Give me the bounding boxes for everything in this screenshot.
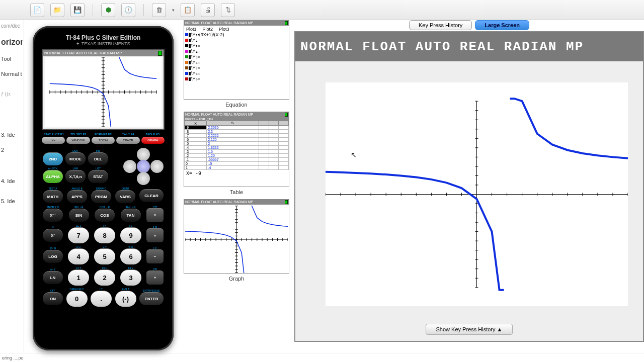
calc-screen[interactable]: NORMAL FLOAT AUTO REAL RADIAN MP [42,49,165,130]
equation-row[interactable]: \Y₂= [185,38,288,43]
battery-icon [158,51,162,56]
key-log[interactable]: LOG [43,250,63,263]
table-label: Table [184,189,289,195]
equation-row[interactable]: \Y₁▪(3X+1)/(X-2) [185,32,288,37]
plot3-toggle[interactable]: Plot3 [219,27,229,32]
table-row[interactable]: 1-4 [185,166,289,170]
key-on[interactable]: ON [43,292,63,305]
table-row[interactable]: -1.66667 [185,158,289,162]
key-[interactable]: × [146,228,164,242]
tab-key-history[interactable]: Key Press History [409,20,472,30]
key-[interactable]: + [146,270,164,285]
calc-model: TI-84 Plus C Silver Edition [39,34,168,41]
calc-brand: ✦ TEXAS INSTRUMENTS [39,41,168,46]
copy-icon[interactable]: 📋 [181,3,195,17]
large-screen: NORMAL FLOAT AUTO REAL RADIAN MP ↖ Show … [294,31,644,342]
key-1[interactable]: 1 [68,269,89,286]
save-disk-icon[interactable]: 💾 [70,3,85,17]
table-row[interactable]: -21.25 [185,154,289,158]
key-8[interactable]: 8 [94,227,115,243]
key-3[interactable]: 3 [120,269,141,286]
equation-row[interactable]: \Y₅= [185,54,288,59]
key-sin[interactable]: SIN [69,209,89,222]
table-row[interactable]: -72.2222 [185,134,289,138]
key-7[interactable]: 7 [68,227,89,243]
equation-panel[interactable]: NORMAL FLOAT AUTO REAL RADIAN MP Plot1 P… [184,20,289,100]
battery-icon [285,21,288,25]
key-6[interactable]: 6 [120,248,141,264]
arrow-pad [123,148,164,185]
arrow-down-key[interactable] [137,172,150,185]
var-key[interactable]: X,T,θ,n [65,170,86,183]
module-cube-icon[interactable]: ⬢ [101,3,115,17]
trash-icon[interactable]: 🗑 [152,3,166,17]
key-prgm[interactable]: PRGM [91,190,111,203]
key-tan[interactable]: TAN [121,209,141,222]
key-clear[interactable]: CLEAR [139,189,164,202]
key-[interactable]: . [91,291,112,307]
key-x[interactable]: X² [43,229,63,242]
table-row[interactable]: -41.8333 [185,146,289,150]
stat-key[interactable]: STAT [88,170,108,183]
mode-key[interactable]: MODE [65,152,86,165]
equation-row[interactable]: \Y₆= [185,60,288,65]
new-file-icon[interactable]: 📄 [30,3,44,17]
equation-row[interactable]: \Y₄= [185,49,288,54]
table-row[interactable]: -52 [185,142,289,146]
battery-icon [285,200,288,204]
arrow-center-key[interactable] [137,160,150,173]
table-row[interactable]: -82.3 [185,130,289,134]
key-x[interactable]: X⁻¹ [43,209,63,222]
large-screen-graph: ↖ [326,82,628,306]
open-folder-icon[interactable]: 📁 [50,3,64,17]
graph-label: Graph [184,276,289,282]
equation-row[interactable]: \Y₉= [185,76,288,81]
calc-screen-graph [45,57,162,127]
table-row[interactable]: -31.6 [185,150,289,154]
key-[interactable]: ^ [146,208,164,222]
plot1-toggle[interactable]: Plot1 [186,27,197,32]
equation-row[interactable]: \Y₃= [185,43,288,48]
key-4[interactable]: 4 [68,248,89,264]
key-9[interactable]: 9 [120,227,141,243]
table-row[interactable]: -92.3636 [185,126,289,130]
background-document: com/doc orizont Tool Normal t ƒ ()x 3. I… [0,20,24,352]
graph-key[interactable]: GRAPH [141,137,165,144]
plot2-toggle[interactable]: Plot2 [203,27,213,32]
equation-row[interactable]: \Y₇= [185,65,288,70]
tab-large-screen[interactable]: Large Screen [475,20,529,30]
second-key[interactable]: 2ND [43,152,63,165]
key-ln[interactable]: LN [43,271,63,284]
refresh-clock-icon[interactable]: 🕔 [121,3,135,17]
key-math[interactable]: MATH [43,190,63,203]
show-history-button[interactable]: Show Key Press History ▲ [426,324,513,335]
app-toolbar: 📄 📁 💾 ⬢ 🕔 🗑 ▾ 📋 🖨 ⇅ [0,0,644,20]
key-enter[interactable]: ENTER [139,292,164,305]
key-[interactable]: (-) [115,291,136,307]
key-0[interactable]: 0 [66,291,88,307]
arrow-right-key[interactable] [150,160,164,173]
graph-panel[interactable]: NORMAL FLOAT AUTO REAL RADIAN MP [184,199,289,274]
key-5[interactable]: 5 [94,248,115,264]
key-cos[interactable]: COS [95,209,115,222]
y-equals-key[interactable]: Y= [42,137,65,144]
trace-key[interactable]: TRACE [116,137,139,144]
key-vars[interactable]: VARS [115,190,135,203]
table-panel[interactable]: NORMAL FLOAT AUTO REAL RADIAN MP PRESS +… [184,112,289,187]
key-[interactable]: − [146,249,164,263]
transfer-icon[interactable]: ⇅ [221,3,235,17]
del-key[interactable]: DEL [88,152,108,165]
print-icon[interactable]: 🖨 [201,3,215,17]
window-key[interactable]: WINDOW [66,137,90,144]
zoom-key[interactable]: ZOOM [92,137,115,144]
arrow-left-key[interactable] [123,160,136,173]
table-row[interactable]: 0-.5 [185,162,289,166]
arrow-up-key[interactable] [137,148,150,161]
large-screen-header: NORMAL FLOAT AUTO REAL RADIAN MP [295,32,643,61]
calculator: TI-84 Plus C Silver Edition ✦ TEXAS INST… [33,26,174,358]
key-apps[interactable]: APPS [67,190,87,203]
table-row[interactable]: -62.125 [185,138,289,142]
key-2[interactable]: 2 [94,269,115,286]
equation-row[interactable]: \Y₈= [185,71,288,76]
alpha-key[interactable]: ALPHA [43,170,63,183]
